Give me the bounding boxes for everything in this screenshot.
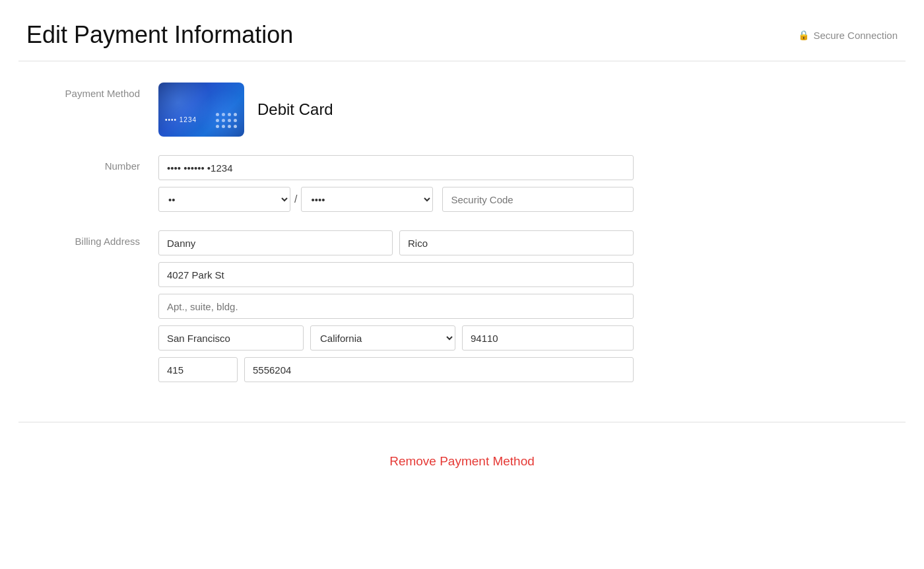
card-dot bbox=[222, 113, 225, 116]
city-state-zip-row: California Alabama Alaska Arizona New Yo… bbox=[158, 325, 634, 351]
payment-method-label: Payment Method bbox=[26, 83, 158, 137]
card-dot bbox=[234, 125, 237, 128]
expiry-month-select[interactable]: •• 01 02 03 04 05 06 07 08 09 10 11 12 bbox=[158, 187, 290, 212]
card-number-input[interactable] bbox=[158, 155, 634, 180]
expiry-year-select[interactable]: •••• 2024 2025 2026 2027 2028 2029 2030 bbox=[301, 187, 433, 212]
secure-connection: 🔒 Secure Connection bbox=[798, 30, 898, 41]
number-field-wrapper bbox=[158, 155, 634, 180]
apt-input[interactable] bbox=[158, 294, 634, 319]
street-row bbox=[158, 262, 634, 287]
card-type-label: Debit Card bbox=[257, 100, 333, 119]
card-dot bbox=[228, 119, 231, 122]
card-dot bbox=[216, 113, 219, 116]
bottom-section: Remove Payment Method bbox=[0, 422, 924, 500]
page-container: Edit Payment Information 🔒 Secure Connec… bbox=[0, 0, 924, 569]
payment-method-row: Payment Method •••• 1234 bbox=[26, 83, 898, 137]
apt-row bbox=[158, 294, 634, 319]
expiry-row: •• 01 02 03 04 05 06 07 08 09 10 11 12 bbox=[158, 187, 634, 212]
phone-number-input[interactable] bbox=[244, 357, 634, 382]
card-dot bbox=[216, 119, 219, 122]
city-input[interactable] bbox=[158, 325, 304, 351]
billing-address-row: Billing Address California Alabama bbox=[26, 230, 898, 382]
card-dot bbox=[234, 113, 237, 116]
street-input[interactable] bbox=[158, 262, 634, 287]
zip-input[interactable] bbox=[462, 325, 634, 351]
page-title: Edit Payment Information bbox=[26, 21, 293, 49]
card-number-display: •••• 1234 bbox=[165, 116, 197, 123]
state-select[interactable]: California Alabama Alaska Arizona New Yo… bbox=[310, 325, 455, 351]
number-label: Number bbox=[26, 155, 158, 212]
name-row bbox=[158, 230, 634, 255]
card-dot bbox=[222, 125, 225, 128]
card-dot bbox=[228, 113, 231, 116]
area-code-input[interactable] bbox=[158, 357, 238, 382]
payment-method-content: •••• 1234 bbox=[158, 83, 634, 137]
billing-address-fields: California Alabama Alaska Arizona New Yo… bbox=[158, 230, 634, 382]
number-row: Number •• 01 02 03 04 05 06 07 08 bbox=[26, 155, 898, 212]
number-fields: •• 01 02 03 04 05 06 07 08 09 10 11 12 bbox=[158, 155, 634, 212]
lock-icon: 🔒 bbox=[798, 30, 809, 40]
form-section: Payment Method •••• 1234 bbox=[0, 61, 924, 422]
remove-payment-method-button[interactable]: Remove Payment Method bbox=[379, 449, 545, 474]
last-name-input[interactable] bbox=[399, 230, 634, 255]
card-dot bbox=[222, 119, 225, 122]
header: Edit Payment Information 🔒 Secure Connec… bbox=[0, 0, 924, 61]
secure-connection-label: Secure Connection bbox=[813, 30, 898, 41]
card-dot bbox=[234, 119, 237, 122]
phone-row bbox=[158, 357, 634, 382]
card-visual: •••• 1234 bbox=[158, 83, 244, 137]
card-dot bbox=[228, 125, 231, 128]
billing-address-label: Billing Address bbox=[26, 230, 158, 382]
card-dot bbox=[216, 125, 219, 128]
first-name-input[interactable] bbox=[158, 230, 393, 255]
expiry-slash: / bbox=[294, 193, 297, 205]
payment-method-fields: •••• 1234 bbox=[158, 83, 634, 137]
card-dots-grid bbox=[216, 113, 238, 129]
security-code-input[interactable] bbox=[442, 187, 634, 212]
